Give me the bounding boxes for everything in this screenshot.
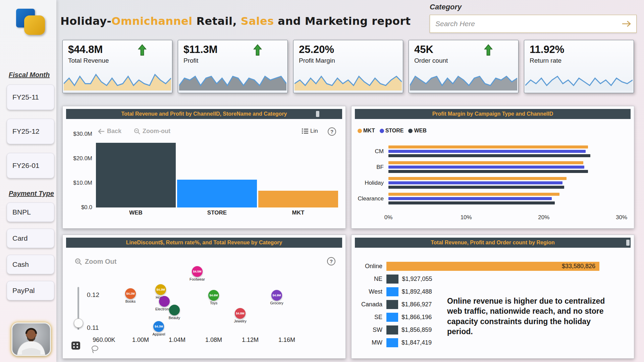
help-icon[interactable]: ? [327, 257, 335, 265]
chart-title-bar: LineDiscount$, Return rate%, and Total R… [66, 238, 342, 248]
back-label: Back [107, 128, 121, 135]
bar-online[interactable]: $33,580,826 [386, 262, 599, 271]
sparkline [525, 72, 633, 90]
kpi-card-profit[interactable]: $11.3M Profit [178, 40, 288, 93]
x-axis: 0%10%20%30% [388, 214, 622, 222]
profile-photo[interactable] [11, 322, 51, 356]
bar-value: $1,866,196 [401, 313, 432, 322]
title-part: Holiday- [60, 15, 111, 27]
scale-toggle[interactable]: Lin [302, 128, 318, 134]
x-axis-label: MKT [258, 209, 338, 216]
legend-dot [380, 129, 384, 133]
bubble-grocery[interactable]: $4.9M [271, 290, 282, 301]
zoom-out-label: Zoom-out [143, 128, 170, 135]
grouped-bar-plot-area: CMBFHolidayClearance [357, 146, 622, 209]
search-input[interactable] [430, 15, 636, 33]
bar-store-clearance[interactable] [388, 197, 552, 200]
sidebar: Fiscal Month FY25-11 FY25-12 FY26-01 Pay… [0, 0, 56, 362]
search-submit-icon[interactable] [622, 20, 632, 28]
title-part-accent: Omnichannel [111, 15, 192, 27]
bubble-electronics[interactable] [159, 296, 170, 307]
chart-title-bar: Profit Margin by Campaign Type and Chann… [355, 109, 631, 119]
kpi-label: Total Revenue [68, 57, 109, 64]
y-axis-tick: $10.0M [73, 179, 92, 187]
bar-value: $1,866,927 [401, 300, 432, 309]
bar-mkt-clearance[interactable] [388, 193, 559, 196]
category-label: BF [357, 164, 388, 171]
x-axis: 960.00K1.00M1.04M1.08M1.12M1.16M [90, 337, 301, 344]
region-row-online: Online$33,580,826 [356, 260, 627, 273]
bar-mkt-bf[interactable] [388, 161, 583, 164]
bar-west[interactable] [386, 287, 398, 296]
legend-item-store[interactable]: STORE [380, 128, 404, 134]
lasso-select-icon[interactable] [91, 345, 99, 354]
bar-store-cm[interactable] [388, 150, 586, 153]
bubble-footwear[interactable]: $4.5M [192, 266, 203, 277]
bar-track: $1,847,419 [386, 338, 599, 347]
bar-web[interactable] [96, 143, 176, 207]
header-scrollbar-thumb[interactable] [626, 240, 630, 246]
bubble-value: $4.5M [193, 270, 201, 273]
bar-mkt-holiday[interactable] [388, 177, 567, 180]
help-glyph: ? [330, 258, 333, 264]
bubble-jewelry[interactable]: $4.8M [235, 308, 246, 319]
bar-sw[interactable] [386, 325, 398, 335]
legend-item-mkt[interactable]: MKT [358, 128, 375, 134]
kpi-label: Profit Margin [299, 57, 335, 64]
bubble-label: Jewelry [234, 319, 246, 323]
category-filter-label: Category [430, 3, 462, 11]
category-search [430, 15, 637, 33]
fiscal-month-button-fy25-11[interactable]: FY25-11 [7, 84, 54, 110]
kpi-label: Profit [183, 57, 198, 64]
focus-mode-icon[interactable] [71, 342, 80, 350]
region-label: SW [356, 326, 382, 334]
bar-web-bf[interactable] [388, 170, 588, 173]
bar-mkt[interactable] [258, 191, 338, 207]
category-label: Clearance [357, 195, 388, 202]
company-logo [16, 9, 48, 38]
payment-type-button-bnpl[interactable]: BNPL [7, 202, 54, 222]
kpi-card-order-count[interactable]: 45K Order count [409, 40, 519, 93]
zoom-out-button[interactable]: Zoom-out [134, 128, 170, 135]
fiscal-month-button-fy25-12[interactable]: FY25-12 [7, 119, 54, 144]
bar-store-bf[interactable] [388, 166, 584, 169]
bubble-books[interactable]: $4.2M [125, 288, 136, 299]
kpi-value: 11.92% [530, 44, 564, 56]
bubble-apparel[interactable]: $4.3M [153, 321, 164, 332]
bubble-value: $4.2M [126, 292, 135, 295]
kpi-label: Order count [414, 57, 448, 64]
bar-ne[interactable] [386, 275, 398, 284]
bar-canada[interactable] [386, 300, 398, 309]
bar-mw[interactable] [386, 338, 398, 347]
kpi-card-profit-margin[interactable]: 25.20% Profit Margin [293, 40, 403, 93]
bar-store-holiday[interactable] [388, 181, 562, 184]
bar-web-cm[interactable] [388, 154, 590, 157]
bar-store[interactable] [177, 180, 257, 207]
x-axis-tick: 1.08M [205, 337, 222, 344]
bubble-label: Toys [210, 301, 218, 305]
bar-web-holiday[interactable] [388, 186, 564, 189]
header-scrollbar-thumb[interactable] [316, 111, 319, 117]
bubble-home[interactable]: $4.3M [155, 284, 166, 295]
y-range-slider-handle[interactable] [74, 318, 83, 328]
bar-web-clearance[interactable] [388, 201, 555, 204]
payment-type-button-paypal[interactable]: PayPal [7, 281, 54, 300]
x-axis-label: STORE [177, 209, 257, 216]
bar-mkt-cm[interactable] [388, 145, 588, 148]
person-portrait-graphic [12, 323, 50, 355]
fiscal-month-button-fy26-01[interactable]: FY26-01 [7, 153, 54, 178]
trend-up-icon [253, 44, 262, 56]
payment-type-button-cash[interactable]: Cash [7, 255, 54, 274]
fiscal-month-label: Fiscal Month [9, 71, 50, 79]
back-button[interactable]: Back [98, 128, 121, 135]
y-axis-tick: $20.0M [73, 155, 92, 162]
bubble-value: $4.9M [273, 294, 281, 297]
payment-type-button-card[interactable]: Card [7, 229, 54, 248]
kpi-card-total-revenue[interactable]: $44.8M Total Revenue [62, 40, 172, 93]
legend-item-web[interactable]: WEB [408, 128, 426, 134]
chart-title: Total Revenue, Profit and Order count by… [431, 240, 555, 246]
bubble-beauty[interactable] [169, 305, 180, 315]
kpi-card-return-rate[interactable]: 11.92% Return rate [524, 40, 634, 93]
bar-se[interactable] [386, 313, 398, 322]
bubble-toys[interactable]: $4.6M [208, 290, 219, 301]
